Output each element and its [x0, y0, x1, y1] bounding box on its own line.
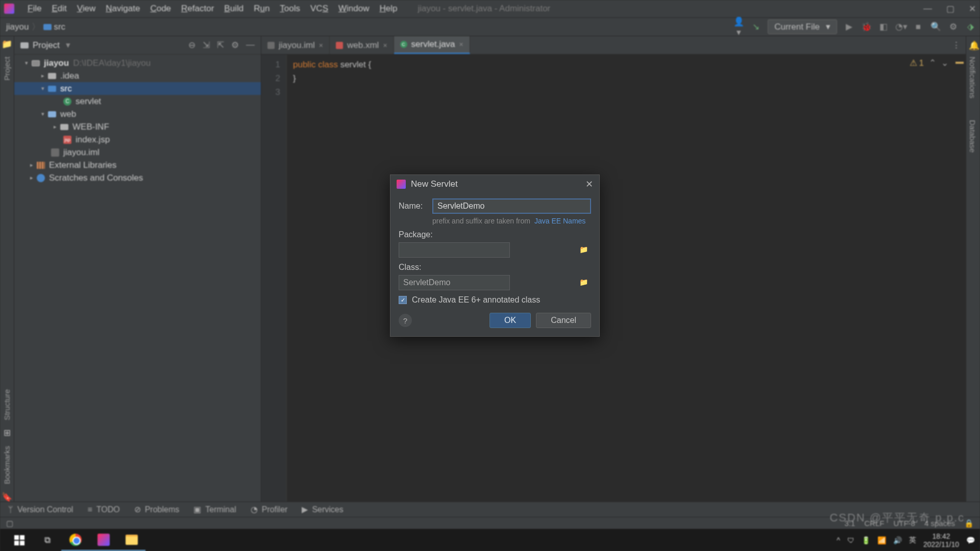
bookmark-icon[interactable]: 🔖	[3, 492, 12, 502]
warning-icon[interactable]: ⚠ 1	[910, 58, 924, 68]
chevron-down-icon[interactable]: ⌄	[941, 58, 948, 68]
menu-build[interactable]: Build	[219, 2, 249, 16]
tree-webinf[interactable]: ▸ WEB-INF	[14, 120, 261, 133]
tray-wifi-icon[interactable]: 📶	[877, 536, 886, 544]
code-editor[interactable]: 123 public class servlet { } ⚠ 1 ⌃ ⌄	[261, 55, 966, 502]
menu-help[interactable]: Help	[374, 2, 402, 16]
menu-navigate[interactable]: Navigate	[101, 2, 145, 16]
tree-idea[interactable]: ▸ .idea	[14, 69, 261, 82]
close-icon[interactable]: ✕	[969, 4, 976, 14]
menu-file[interactable]: File	[22, 2, 46, 16]
chevron-up-icon[interactable]: ⌃	[929, 58, 936, 68]
run-config-selector[interactable]: Current File▾	[768, 19, 837, 34]
menu-tools[interactable]: Tools	[275, 2, 305, 16]
tree-indexjsp[interactable]: jsp index.jsp	[14, 133, 261, 146]
checkbox-icon[interactable]: ✓	[399, 296, 407, 304]
menu-run[interactable]: Run	[249, 2, 275, 16]
tray-notifications-icon[interactable]: 💬	[966, 536, 975, 544]
structure-icon[interactable]: ⊞	[3, 429, 12, 438]
cancel-button[interactable]: Cancel	[536, 313, 591, 328]
tray-chevron-icon[interactable]: ^	[837, 536, 840, 544]
services-tool[interactable]: ▶Services	[302, 505, 343, 514]
menu-edit[interactable]: Edit	[46, 2, 71, 16]
bell-icon[interactable]: 🔔	[969, 40, 978, 49]
profile-icon[interactable]: ◔▾	[895, 21, 906, 32]
lock-icon[interactable]: 🔒	[964, 519, 974, 528]
tree-scratch[interactable]: ▸ Scratches and Consoles	[14, 171, 261, 184]
menu-vcs[interactable]: VCS	[305, 2, 333, 16]
gear-icon[interactable]: ⚙	[231, 40, 239, 51]
menu-view[interactable]: View	[72, 2, 101, 16]
taskbar-explorer[interactable]	[117, 529, 145, 551]
warning-marker[interactable]	[955, 62, 964, 64]
search-icon[interactable]: 🔍	[930, 21, 941, 32]
tree-servlet[interactable]: C servlet	[14, 95, 261, 108]
tree-web[interactable]: ▾ web	[14, 108, 261, 120]
terminal-tool[interactable]: ▣Terminal	[193, 505, 236, 514]
breadcrumb-root[interactable]: jiayou	[4, 22, 31, 32]
code-with-me-icon[interactable]: ⬗	[965, 21, 976, 32]
todo-tool[interactable]: ≡TODO	[87, 505, 119, 514]
start-button[interactable]	[5, 529, 33, 551]
tab-iml[interactable]: jiayou.iml×	[261, 36, 330, 54]
browse-icon[interactable]: 📁	[579, 245, 588, 254]
tree-ext-lib[interactable]: ▸ External Libraries	[14, 159, 261, 171]
chevron-down-icon[interactable]: ▾	[66, 40, 70, 51]
database-label[interactable]: Database	[966, 117, 979, 156]
class-input[interactable]	[399, 275, 510, 290]
inspection-widget[interactable]: ⚠ 1 ⌃ ⌄	[910, 58, 948, 68]
project-tree[interactable]: ▾ jiayou D:\IDEA\day1\jiayou ▸ .idea ▾ s…	[14, 55, 261, 502]
tray-clock[interactable]: 18:422022/11/10	[923, 532, 959, 548]
close-icon[interactable]: ×	[319, 41, 323, 49]
minimize-icon[interactable]: —	[923, 4, 932, 14]
breadcrumb-folder[interactable]: src	[41, 22, 67, 32]
stop-icon[interactable]: ■	[913, 22, 924, 32]
help-button[interactable]: ?	[399, 314, 412, 327]
java-ee-names-link[interactable]: Java EE Names	[534, 217, 585, 225]
bookmarks-tool-label[interactable]: Bookmarks	[3, 443, 11, 487]
expand-all-icon[interactable]: ⇲	[203, 40, 210, 51]
task-view-button[interactable]: ⧉	[33, 529, 61, 551]
problems-tool[interactable]: ⊘Problems	[134, 505, 180, 514]
status-square-icon[interactable]: ▢	[6, 519, 13, 528]
project-tool-label[interactable]: Project	[3, 54, 11, 84]
close-icon[interactable]: ×	[383, 41, 387, 49]
tab-servlet[interactable]: Cservlet.java×	[394, 36, 470, 54]
ok-button[interactable]: OK	[489, 313, 531, 328]
browse-icon[interactable]: 📁	[579, 278, 588, 286]
notifications-label[interactable]: Notifications	[966, 54, 979, 102]
version-control-tool[interactable]: ᛘVersion Control	[8, 505, 73, 514]
menu-refactor[interactable]: Refactor	[176, 2, 219, 16]
select-opened-icon[interactable]: ⊖	[188, 40, 195, 51]
taskbar-chrome[interactable]	[61, 529, 89, 551]
tree-iml[interactable]: jiayou.iml	[14, 146, 261, 159]
taskbar-intellij[interactable]	[89, 529, 117, 551]
run-icon[interactable]: ▶	[843, 21, 854, 32]
gear-icon[interactable]: ⚙	[947, 21, 959, 32]
maximize-icon[interactable]: ▢	[946, 4, 954, 14]
menu-code[interactable]: Code	[145, 2, 176, 16]
menu-window[interactable]: Window	[333, 2, 374, 16]
collapse-all-icon[interactable]: ⇱	[217, 40, 224, 51]
tray-volume-icon[interactable]: 🔊	[893, 536, 902, 544]
package-input[interactable]	[399, 242, 510, 258]
hammer-icon[interactable]: ↘	[750, 21, 762, 32]
tab-more-icon[interactable]: ⋮	[952, 36, 961, 54]
annotated-checkbox-row[interactable]: ✓ Create Java EE 6+ annotated class	[399, 295, 591, 305]
close-icon[interactable]: ✕	[585, 179, 593, 190]
tray-ime[interactable]: 英	[909, 536, 916, 545]
user-add-icon[interactable]: 👤▾	[733, 16, 744, 38]
debug-icon[interactable]: 🐞	[861, 21, 872, 32]
tab-webxml[interactable]: web.xml×	[330, 36, 394, 54]
coverage-icon[interactable]: ◧	[878, 21, 889, 32]
tree-src[interactable]: ▾ src	[14, 82, 261, 95]
project-tool-icon[interactable]: 📁	[3, 39, 12, 48]
close-icon[interactable]: ×	[459, 40, 463, 48]
tray-battery-icon[interactable]: 🔋	[862, 536, 870, 544]
hide-panel-icon[interactable]: —	[246, 40, 255, 51]
structure-tool-label[interactable]: Structure	[3, 386, 11, 423]
tree-root[interactable]: ▾ jiayou D:\IDEA\day1\jiayou	[14, 57, 261, 69]
name-input[interactable]	[432, 198, 591, 214]
tray-security-icon[interactable]: 🛡	[847, 536, 854, 544]
profiler-tool[interactable]: ◔Profiler	[251, 505, 288, 514]
